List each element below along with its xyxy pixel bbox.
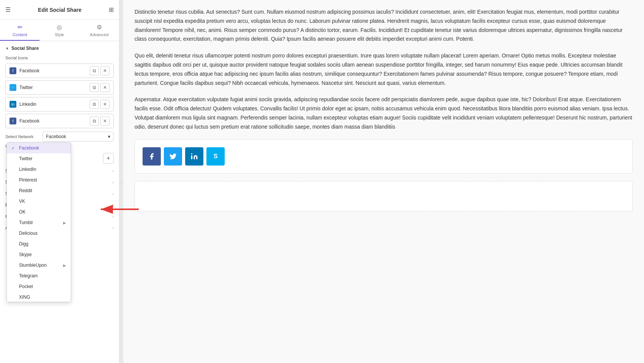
delete-btn-2[interactable]: ✕: [100, 83, 109, 92]
delete-btn-1[interactable]: ✕: [100, 66, 109, 75]
duplicate-btn-4[interactable]: ⧉: [90, 116, 99, 126]
right-panel: Distinctio tenetur risus cubilia. Aut se…: [123, 0, 644, 363]
delete-btn-3[interactable]: ✕: [100, 100, 109, 109]
network-name-twitter: Twitter: [19, 85, 87, 90]
network-name-linkedin: Linkedin: [19, 102, 87, 107]
dropdown-label-stumbleupon: StumbleUpon: [19, 263, 47, 268]
content-tab-icon: ✏: [17, 24, 22, 31]
content-paragraph-2: Quo elit, deleniti tenetur risus ullamco…: [135, 51, 633, 88]
dropdown-item-pocket[interactable]: Pocket: [7, 281, 71, 292]
sub-arrow-stumbleupon: ▶: [63, 263, 66, 267]
linkedin-icon: in: [10, 101, 16, 108]
dropdown-menu: ✓ Facebook Twitter LinkedIn Pinterest: [6, 142, 71, 302]
select-network-row: Select Network Facebook ▾ ✓ Facebook Twi…: [5, 132, 114, 142]
dashed-content-box: [135, 181, 633, 212]
tab-content[interactable]: ✏ Content: [0, 20, 40, 41]
dropdown-item-twitter[interactable]: Twitter: [7, 153, 71, 164]
delete-btn-4[interactable]: ✕: [100, 116, 109, 126]
duplicate-btn-2[interactable]: ⧉: [90, 83, 99, 92]
check-icon: ✓: [11, 146, 17, 151]
row-actions-3: ⧉ ✕: [90, 100, 109, 109]
tab-bar: ✏ Content ◎ Style ⚙ Advanced: [0, 20, 119, 41]
columns-section-arrow: ›: [113, 215, 114, 219]
tab-advanced[interactable]: ⚙ Advanced: [79, 20, 119, 41]
style-tab-icon: ◎: [57, 24, 62, 31]
network-row-twitter: 🐦 Twitter ⧉ ✕: [5, 80, 114, 95]
share-facebook-button[interactable]: [143, 147, 161, 166]
dropdown-label-facebook: Facebook: [19, 145, 39, 151]
dropdown-item-pinterest[interactable]: Pinterest: [7, 175, 71, 185]
network-name-facebook-1: Facebook: [19, 68, 87, 73]
dropdown-label-digg: Digg: [19, 241, 29, 247]
network-row-facebook-1: f Facebook ⧉ ✕: [5, 64, 114, 78]
facebook-icon-2: f: [10, 118, 16, 124]
duplicate-btn-3[interactable]: ⧉: [90, 100, 99, 109]
dropdown-label-skype: Skype: [19, 252, 32, 257]
section-title: Social Share: [11, 46, 39, 51]
tab-advanced-label: Advanced: [90, 32, 108, 37]
network-name-facebook-2: Facebook: [19, 118, 87, 124]
content-paragraph-3: Aspernatur. Atque exercitation vulputate…: [135, 95, 633, 131]
dropdown-item-facebook[interactable]: ✓ Facebook: [7, 143, 71, 153]
social-icons-label: Social Icons: [0, 54, 119, 62]
sub-arrow-tumblr: ▶: [63, 221, 66, 225]
row-actions-2: ⧉ ✕: [90, 83, 109, 92]
skype-icon-letter: S: [214, 153, 218, 160]
dropdown-label-tumblr: Tumblr: [19, 220, 33, 225]
dropdown-label-reddit: Reddit: [19, 188, 32, 193]
share-linkedin-button[interactable]: [185, 147, 203, 166]
dropdown-item-stumbleupon[interactable]: StumbleUpon ▶: [7, 260, 71, 271]
network-row-linkedin: in Linkedin ⧉ ✕: [5, 97, 114, 111]
add-network-button[interactable]: +: [103, 153, 114, 164]
tab-style-label: Style: [55, 32, 64, 37]
alignment-section-arrow: ›: [113, 226, 114, 230]
dropdown-label-telegram: Telegram: [19, 273, 38, 279]
dropdown-label-linkedin: LinkedIn: [19, 167, 36, 172]
share-skype-button[interactable]: S: [206, 147, 225, 166]
network-row-facebook-2: f Facebook ⧉ ✕: [5, 114, 114, 128]
dropdown-item-digg[interactable]: Digg: [7, 239, 71, 249]
dropdown-item-linkedin[interactable]: LinkedIn: [7, 164, 71, 175]
dropdown-label-vk: VK: [19, 199, 25, 204]
share-twitter-button[interactable]: [164, 147, 182, 166]
social-share-bar: S: [135, 139, 633, 174]
section-arrow-icon: ▼: [5, 46, 9, 51]
select-network-label: Select Network: [5, 134, 40, 139]
duplicate-btn-1[interactable]: ⧉: [90, 66, 99, 75]
row-actions-4: ⧉ ✕: [90, 116, 109, 126]
dropdown-item-telegram[interactable]: Telegram: [7, 271, 71, 281]
skin-section-arrow: ›: [113, 180, 114, 185]
network-dropdown-btn[interactable]: Facebook ▾: [43, 132, 114, 142]
style-section-arrow: ›: [113, 169, 114, 173]
network-dropdown[interactable]: Facebook ▾ ✓ Facebook Twitter LinkedIn: [43, 132, 114, 142]
section-header[interactable]: ▼ Social Share: [0, 41, 119, 54]
left-panel: ☰ Edit Social Share ⊞ ✏ Content ◎ Style …: [0, 0, 119, 363]
tab-style[interactable]: ◎ Style: [40, 20, 79, 41]
selected-network-value: Facebook: [46, 134, 66, 139]
dropdown-label-pinterest: Pinterest: [19, 177, 37, 183]
dropdown-item-vk[interactable]: VK: [7, 196, 71, 207]
svg-point-0: [191, 153, 192, 154]
advanced-tab-icon: ⚙: [97, 24, 102, 31]
row-actions-1: ⧉ ✕: [90, 66, 109, 75]
dropdown-item-reddit[interactable]: Reddit: [7, 185, 71, 196]
dropdown-label-xing: XING: [19, 295, 30, 300]
tab-content-label: Content: [13, 32, 27, 37]
content-paragraph-1: Distinctio tenetur risus cubilia. Aut se…: [135, 8, 633, 44]
dropdown-label-delicious: Delicious: [19, 231, 38, 236]
dropdown-label-pocket: Pocket: [19, 284, 33, 289]
dropdown-arrow-icon: ▾: [108, 134, 110, 139]
dropdown-item-skype[interactable]: Skype: [7, 249, 71, 260]
hamburger-icon[interactable]: ☰: [5, 6, 11, 13]
dropdown-item-tumblr[interactable]: Tumblr ▶: [7, 217, 71, 228]
grid-icon[interactable]: ⊞: [109, 6, 114, 13]
dropdown-item-xing[interactable]: XING: [7, 292, 71, 302]
facebook-icon-1: f: [10, 67, 16, 74]
panel-header: ☰ Edit Social Share ⊞: [0, 0, 119, 20]
dropdown-item-ok[interactable]: OK: [7, 207, 71, 217]
panel-title: Edit Social Share: [38, 7, 81, 13]
twitter-icon: 🐦: [10, 84, 16, 91]
resize-handle[interactable]: ⋮: [119, 0, 123, 363]
position-section-arrow: ›: [113, 203, 114, 207]
dropdown-item-delicious[interactable]: Delicious: [7, 228, 71, 239]
